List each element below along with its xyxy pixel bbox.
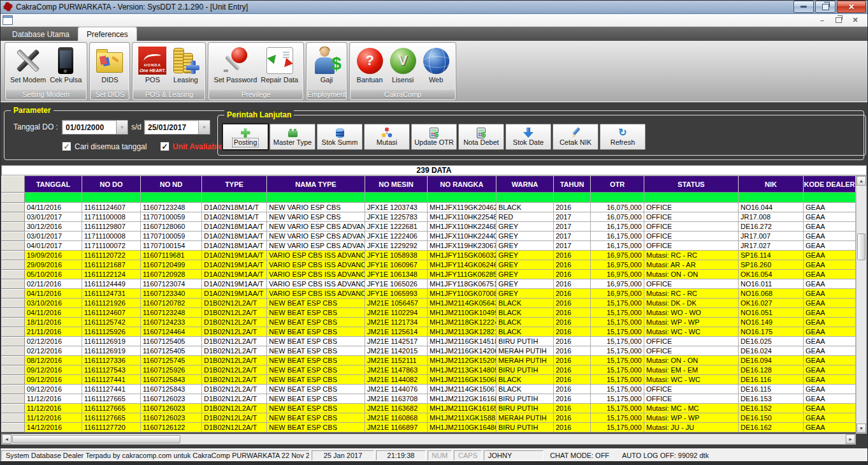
table-row[interactable]: 29/09/2016 11611121687 11607120499 D1A02… [1,260,856,270]
table-row[interactable]: 03/10/2016 11611121926 11607120782 D1B02… [1,299,856,308]
table-row[interactable]: 11/12/2016 11611127665 11607126023 D1B02… [1,404,856,413]
table-row[interactable]: 02/12/2016 11611126919 11607125405 D1B02… [1,337,856,346]
cari-disemua-tanggal-checkbox[interactable]: ✓ Cari disemua tanggal [62,142,147,151]
table-row[interactable]: 18/11/2016 11611125742 11607124233 D1B02… [1,318,856,327]
refresh-button[interactable]: ↻ Refresh [600,124,646,150]
table-row[interactable]: 08/12/2016 11611127336 11607125745 D1B02… [1,356,856,365]
mdi-minimize-button[interactable]: – [816,15,828,25]
unit-available-checkbox[interactable]: ✓ Unit Avaliable [160,142,222,151]
leasing-button[interactable]: Leasing [169,45,202,85]
table-row[interactable]: 04/11/2016 11611124607 11607123248 D1B02… [1,308,856,318]
row-selector[interactable] [1,203,25,212]
dids-button[interactable]: DIDS [93,45,126,85]
table-row[interactable]: 19/09/2016 11611120722 11607119681 D1A02… [1,251,856,260]
posting-button[interactable]: Posting [222,124,268,150]
row-selector[interactable] [1,318,25,327]
table-row[interactable]: 11/12/2016 11611127665 11607126023 D1B02… [1,413,856,423]
column-header-nama-type[interactable]: NAMA TYPE [267,175,365,193]
horizontal-scrollbar[interactable]: ◄ ► [1,434,856,445]
vertical-scrollbar[interactable]: ▲ ▼ [856,175,867,434]
restore-button[interactable] [815,1,835,13]
row-selector[interactable] [1,346,25,356]
row-selector[interactable] [1,356,25,365]
mdi-restore-button[interactable] [832,15,845,25]
column-header-no-nd[interactable]: NO ND [141,175,202,193]
date-from-dropdown-icon[interactable]: ▼ [116,121,127,134]
close-button[interactable]: ✕ [837,1,866,13]
column-header-no-mesin[interactable]: NO MESIN [365,175,428,193]
table-row[interactable]: 03/01/2017 11711100008 11707100059 D1A02… [1,212,856,222]
table-row[interactable]: 09/12/2016 11611127441 11607125843 D1B02… [1,375,856,385]
table-row[interactable]: 05/10/2016 11611122124 11607120928 D1A02… [1,270,856,279]
set-modem-button[interactable]: Set Modem [8,45,48,85]
lisensi-button[interactable]: V Lisensi [386,45,419,85]
column-header-tahun[interactable]: TAHUN [554,175,591,193]
child-form-icon[interactable] [3,15,13,25]
table-row[interactable]: 03/01/2017 11711100008 11707100059 D1A02… [1,232,856,241]
date-from-picker[interactable]: 01/01/2000 ▼ [62,120,128,135]
table-row[interactable]: 21/11/2016 11611125926 11607124464 D1B02… [1,327,856,337]
row-selector[interactable] [1,404,25,413]
stok-date-button[interactable]: Stok Date [505,124,551,150]
vertical-scroll-thumb[interactable] [857,233,865,260]
row-selector[interactable] [1,193,25,203]
row-selector[interactable] [1,289,25,299]
minimize-button[interactable] [793,1,814,13]
row-selector[interactable] [1,413,25,423]
row-selector[interactable] [1,232,25,241]
column-header-no-rangka[interactable]: NO RANGKA [428,175,496,193]
update-otr-button[interactable]: $ Update OTR [411,124,457,150]
column-header-no-do[interactable]: NO DO [82,175,141,193]
row-selector[interactable] [1,251,25,260]
row-selector[interactable] [1,299,25,308]
table-row[interactable]: 04/01/2017 11711100072 11707100154 D1A02… [1,241,856,251]
web-button[interactable]: Web [419,45,452,85]
bantuan-button[interactable]: ? Bantuan [353,45,386,85]
cetak-nik-button[interactable]: Cetak NIK [553,124,598,150]
row-selector[interactable] [1,212,25,222]
repair-data-button[interactable]: Repair Data [259,45,300,85]
column-header-nik[interactable]: NIK [739,175,804,193]
row-selector[interactable] [1,308,25,318]
table-row[interactable]: 09/12/2016 11611127543 11607125926 D1B02… [1,365,856,375]
scroll-left-button[interactable]: ◄ [2,434,11,444]
row-selector[interactable] [1,260,25,270]
scroll-right-button[interactable]: ► [846,434,855,444]
cek-pulsa-button[interactable]: Cek Pulsa [48,45,83,85]
row-selector[interactable] [1,423,25,432]
date-to-dropdown-icon[interactable]: ▼ [198,121,210,134]
row-selector[interactable] [1,241,25,251]
row-selector[interactable] [1,270,25,279]
row-selector[interactable] [1,222,25,232]
scroll-down-button[interactable]: ▼ [857,424,866,433]
table-row[interactable]: 09/12/2016 11611127441 11607125843 D1B02… [1,385,856,394]
row-selector[interactable] [1,365,25,375]
tab-preferences[interactable]: Preferences [78,27,137,41]
mutasi-button[interactable]: Mutasi [364,124,410,150]
empty-filter-row[interactable] [1,193,856,203]
row-selector[interactable] [1,385,25,394]
set-password-button[interactable]: Set Password [212,45,259,85]
horizontal-scroll-thumb[interactable] [12,435,180,443]
row-selector[interactable] [1,279,25,289]
stok-summ-button[interactable]: Stok Summ [317,124,363,150]
table-row[interactable]: 02/12/2016 11611126919 11607125405 D1B02… [1,346,856,356]
column-header-type[interactable]: TYPE [202,175,267,193]
gaji-button[interactable]: $ Gaji [310,45,344,85]
row-selector[interactable] [1,337,25,346]
scroll-up-button[interactable]: ▲ [857,176,866,186]
row-selector[interactable] [1,327,25,337]
column-header-warna[interactable]: WARNA [496,175,554,193]
table-row[interactable]: 04/11/2016 11611124607 11607123248 D1A02… [1,203,856,212]
column-header-otr[interactable]: OTR [591,175,644,193]
row-selector[interactable] [1,394,25,404]
table-row[interactable]: 30/12/2016 11611129807 11607128060 D1A02… [1,222,856,232]
mdi-close-button[interactable]: ✕ [849,15,862,25]
master-type-button[interactable]: Master Type [270,124,315,150]
table-row[interactable]: 14/12/2016 11611127720 11607126122 D1B02… [1,423,856,432]
date-to-picker[interactable]: 25/01/2017 ▼ [144,120,210,135]
column-header-tanggal[interactable]: TANGGAL [25,175,82,193]
tab-database-utama[interactable]: Database Utama [4,27,78,41]
column-header-kode-dealer[interactable]: KODE DEALER [804,175,856,193]
pos-button[interactable]: HONDA One HEART. POS [136,45,169,85]
